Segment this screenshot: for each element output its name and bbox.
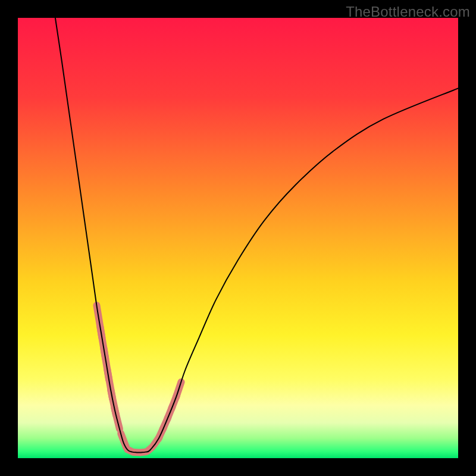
outer-frame: TheBottleneck.com <box>0 0 476 476</box>
bottleneck-curve <box>55 18 458 452</box>
marker-cluster-right <box>154 382 181 445</box>
watermark-text: TheBottleneck.com <box>346 4 470 20</box>
chart-svg <box>18 18 458 458</box>
plot-area <box>18 18 458 458</box>
marker-cluster-floor <box>121 434 152 453</box>
